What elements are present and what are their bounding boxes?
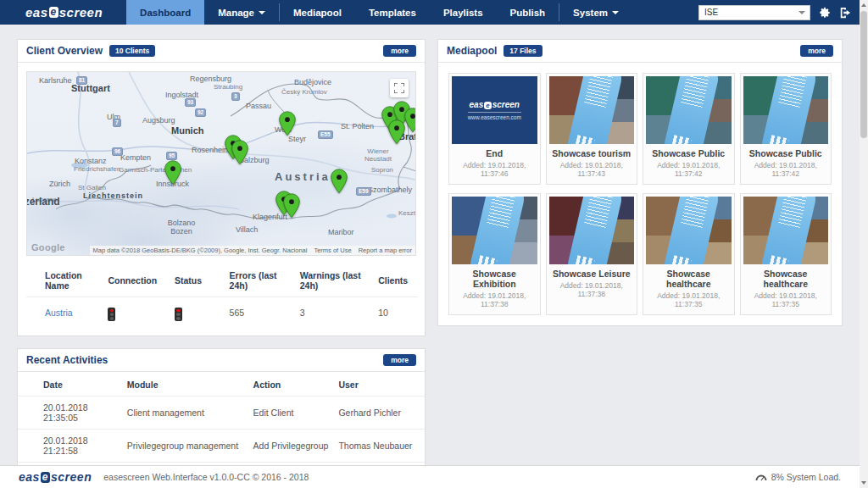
media-url-text: www.easescreen.com <box>468 112 521 120</box>
clients-value: 10 <box>375 297 418 328</box>
map-report-link[interactable]: Report a map error <box>359 247 412 254</box>
logo-text: eas <box>25 5 48 19</box>
map-city-label: St Gallen <box>78 184 106 191</box>
client-map-pin[interactable] <box>278 111 297 136</box>
activity-date: 20.01.2018 21:35:05 <box>18 396 124 430</box>
road-shield: 93 <box>185 98 196 107</box>
road-shield: 95 <box>166 152 177 160</box>
map-city-label: Wiener Neustadt <box>359 148 397 164</box>
errors-value: 565 <box>226 297 297 328</box>
mediapool-tile[interactable]: Showcase Exhibition Added: 19.01.2018, 1… <box>448 193 541 315</box>
client-overview-more-button[interactable]: more <box>383 45 416 57</box>
road-shield: 92 <box>195 108 206 117</box>
map-city-label: Konstanz <box>75 157 107 165</box>
tab-mediapool[interactable]: Mediapool <box>280 0 355 25</box>
map-city-label: Passau <box>246 102 271 110</box>
map-city-label: Straubing <box>214 83 242 91</box>
media-thumbnail <box>743 76 829 144</box>
map-city-label: Maribor <box>328 228 354 236</box>
media-name: Showcase Public <box>745 148 827 158</box>
easescreen-logo[interactable]: easescreen <box>0 0 126 25</box>
google-logo[interactable]: Google <box>31 242 65 252</box>
mediapool-more-button[interactable]: more <box>800 45 833 57</box>
map-country-label: Liechtenstein <box>83 191 143 200</box>
mediapool-tile[interactable]: Showcase Leisure Added: 19.01.2018, 11:3… <box>546 193 638 315</box>
warnings-value: 3 <box>297 297 375 328</box>
map-city-label: Munich <box>171 125 204 136</box>
road-shield: 7 <box>113 119 121 127</box>
tab-playlists[interactable]: Playlists <box>430 0 497 25</box>
tab-templates[interactable]: Templates <box>355 0 430 25</box>
logout-icon[interactable] <box>839 7 851 19</box>
col-user: User <box>335 374 425 396</box>
col-action: Action <box>250 374 336 396</box>
media-thumbnail <box>549 197 635 264</box>
status-traffic-light-icon <box>175 308 182 321</box>
media-thumbnail <box>452 197 537 264</box>
system-load-status: 8% System Load. <box>771 472 841 482</box>
footer-easescreen-logo: easescreen <box>19 470 92 484</box>
activity-date: 20.01.2018 21:21:58 <box>18 430 124 463</box>
tab-dashboard[interactable]: Dashboard <box>126 0 204 25</box>
col-warnings: Warnings (last 24h) <box>297 264 375 297</box>
media-added: Added: 19.01.2018, 11:37:38 <box>453 291 536 308</box>
mediapool-tile[interactable]: Showcase Public Added: 19.01.2018, 11:37… <box>643 73 735 185</box>
page-scrollbar[interactable] <box>860 0 868 488</box>
footer-version-text: easescreen Web.Interface v1.0.0-CC © 201… <box>103 472 309 482</box>
media-added: Added: 19.01.2018, 11:37:38 <box>551 281 633 298</box>
map-city-label: Kempten <box>120 153 151 162</box>
client-search-select[interactable]: ISE <box>698 5 810 20</box>
mediapool-tile[interactable]: Showcase tourism Added: 19.01.2018, 11:3… <box>546 73 638 185</box>
map-city-label: Regensburg <box>190 75 231 83</box>
media-name: Showcase healthcare <box>745 269 827 289</box>
scrollbar-thumb[interactable] <box>860 11 867 138</box>
media-name: Showcase tourism <box>551 148 633 158</box>
map-city-label: Augsburg <box>142 116 175 125</box>
location-link[interactable]: Austria <box>45 308 73 318</box>
settings-gear-icon[interactable] <box>819 7 831 19</box>
tab-publish[interactable]: Publish <box>497 0 559 25</box>
map-city-label: Český Krumlov <box>281 88 327 96</box>
mediapool-tile[interactable]: easescreen www.easescreen.com End Added:… <box>448 73 541 185</box>
activity-user: Gerhard Pichler <box>335 396 425 430</box>
selected-client: ISE <box>704 8 718 17</box>
top-navbar: easescreen Dashboard Manage Mediapool Te… <box>0 0 860 25</box>
activity-module: Privilegegroup management <box>124 430 250 463</box>
media-grid: easescreen www.easescreen.com End Added:… <box>438 63 842 325</box>
client-map-pin[interactable] <box>231 140 249 165</box>
media-added: Added: 19.01.2018, 11:37:35 <box>648 291 730 308</box>
col-date: Date <box>18 374 124 396</box>
map-country-label: Switzerland <box>26 196 60 208</box>
col-location-name: Location Name <box>26 264 104 297</box>
client-map-pin[interactable] <box>387 119 406 145</box>
connection-traffic-light-icon <box>108 308 115 321</box>
map-city-label: Keszthely <box>398 209 416 217</box>
map-city-label: Sopron <box>371 166 393 174</box>
col-errors: Errors (last 24h) <box>226 264 297 297</box>
mediapool-tile[interactable]: Showcase healthcare Added: 19.01.2018, 1… <box>643 193 735 315</box>
map-terms-link[interactable]: Terms of Use <box>314 247 351 254</box>
client-map-pin[interactable] <box>164 160 182 186</box>
client-map-pin[interactable] <box>330 169 348 194</box>
mediapool-tile[interactable]: Showcase healthcare Added: 19.01.2018, 1… <box>740 193 832 315</box>
logo-e-icon: e <box>49 7 58 18</box>
map-city-label: Villach <box>236 225 258 234</box>
panel-title: Mediapool <box>447 45 497 57</box>
tab-system[interactable]: System <box>559 0 632 25</box>
col-module: Module <box>124 374 250 396</box>
scroll-up-arrow[interactable] <box>860 0 868 10</box>
recent-activities-more-button[interactable]: more <box>383 354 416 366</box>
activity-module: Client management <box>124 396 250 430</box>
map-city-label: Karlsruhe <box>39 76 72 85</box>
mediapool-tile[interactable]: Showcase Public Added: 19.01.2018, 11:37… <box>740 73 832 185</box>
client-locations-table: Location Name Connection Status Errors (… <box>26 264 418 327</box>
client-map-pin[interactable] <box>282 193 301 219</box>
media-name: End <box>453 148 536 158</box>
tab-manage[interactable]: Manage <box>204 0 279 25</box>
clients-map[interactable]: Karlsruhe Stuttgart Regensburg Straubing… <box>26 71 416 256</box>
scroll-down-arrow[interactable] <box>860 478 868 488</box>
map-city-label: Budějovice <box>294 78 331 86</box>
media-thumbnail-end: easescreen www.easescreen.com <box>452 76 537 144</box>
map-city-label: Szombathely <box>368 186 412 194</box>
map-fullscreen-button[interactable] <box>390 79 409 97</box>
